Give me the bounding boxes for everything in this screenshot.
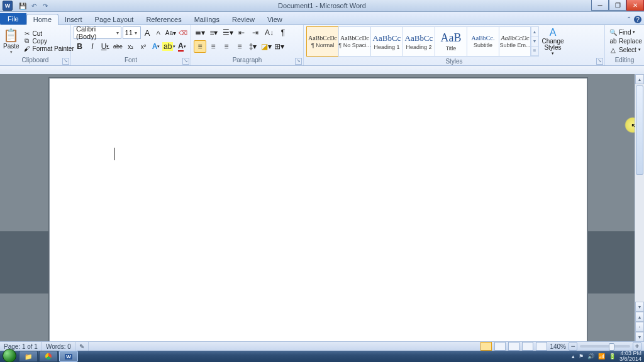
- taskbar-explorer-button[interactable]: 📁: [19, 351, 38, 362]
- align-center-button[interactable]: ≡: [207, 40, 219, 53]
- bullets-button[interactable]: ≣▾: [194, 26, 206, 39]
- style-subtitle[interactable]: AaBbCc.Subtitle: [467, 26, 499, 57]
- superscript-button[interactable]: x²: [137, 40, 149, 53]
- save-icon[interactable]: 💾: [18, 1, 28, 11]
- tab-review[interactable]: Review: [226, 14, 261, 25]
- align-left-button[interactable]: ≡: [194, 40, 206, 53]
- borders-button[interactable]: ⊞▾: [273, 40, 286, 53]
- line-spacing-button[interactable]: ‡▾: [247, 40, 259, 53]
- style--no-spaci-[interactable]: AaBbCcDc¶ No Spaci...: [338, 26, 371, 57]
- justify-button[interactable]: ≡: [233, 40, 246, 53]
- tab-insert[interactable]: Insert: [58, 14, 89, 25]
- zoom-in-button[interactable]: +: [633, 342, 641, 351]
- cut-button[interactable]: ✂Cut: [21, 30, 76, 37]
- decrease-indent-button[interactable]: ⇤: [235, 26, 248, 39]
- tab-page-layout[interactable]: Page Layout: [89, 14, 140, 25]
- tray-power-icon[interactable]: 🔋: [609, 353, 616, 359]
- zoom-level[interactable]: 140%: [550, 343, 566, 350]
- zoom-slider-knob[interactable]: [609, 343, 614, 351]
- undo-icon[interactable]: ↶: [29, 1, 39, 11]
- shrink-font-button[interactable]: A: [153, 26, 164, 39]
- zoom-out-button[interactable]: −: [569, 342, 577, 351]
- bold-button[interactable]: B: [74, 40, 86, 53]
- taskbar-chrome-button[interactable]: [39, 351, 58, 362]
- underline-button[interactable]: U▾: [99, 40, 111, 53]
- show-hide-button[interactable]: ¶: [277, 26, 289, 39]
- styles-scroll-up-icon[interactable]: ▴: [531, 27, 538, 36]
- text-effects-button[interactable]: A▾: [150, 40, 162, 53]
- print-layout-view-button[interactable]: [480, 342, 492, 351]
- taskbar-clock[interactable]: 4:03 PM 3/6/2014: [619, 351, 641, 362]
- change-styles-button[interactable]: A Change Styles ▾: [541, 26, 564, 57]
- style-heading-2[interactable]: AaBbCcHeading 2: [402, 26, 435, 57]
- sort-button[interactable]: A↓: [263, 26, 275, 39]
- help-icon[interactable]: ?: [634, 16, 641, 23]
- taskbar-word-button[interactable]: W: [59, 351, 78, 362]
- style-title[interactable]: AaBTitle: [435, 26, 467, 57]
- zoom-slider[interactable]: [580, 345, 630, 348]
- prev-page-button[interactable]: ▴: [635, 312, 644, 322]
- font-launcher-icon[interactable]: ↘: [182, 58, 189, 65]
- minimize-ribbon-icon[interactable]: ⌃: [626, 16, 631, 23]
- strikethrough-button[interactable]: abc: [112, 40, 124, 53]
- copy-button[interactable]: ⧉Copy: [21, 37, 76, 45]
- clipboard-group-label: Clipboard: [22, 57, 49, 63]
- page[interactable]: [49, 78, 587, 342]
- word-count[interactable]: Words: 0: [42, 342, 75, 351]
- redo-icon[interactable]: ↷: [40, 1, 50, 11]
- paste-dropdown-icon[interactable]: ▾: [10, 50, 13, 55]
- vertical-scrollbar[interactable]: ▴ ▾ ▴ ◦ ▾: [635, 74, 644, 342]
- tray-network-icon[interactable]: 📶: [598, 353, 605, 359]
- tab-home[interactable]: Home: [26, 14, 58, 25]
- style--normal[interactable]: AaBbCcDc¶ Normal: [306, 26, 339, 57]
- align-right-button[interactable]: ≡: [220, 40, 233, 53]
- browse-object-button[interactable]: ◦: [635, 322, 644, 332]
- minimize-button[interactable]: ─: [591, 0, 609, 11]
- scroll-down-button[interactable]: ▾: [635, 302, 644, 312]
- scrollbar-thumb[interactable]: [636, 85, 643, 175]
- highlight-button[interactable]: ab▾: [163, 40, 175, 53]
- replace-button[interactable]: abReplace: [608, 36, 644, 45]
- subscript-button[interactable]: x₂: [125, 40, 136, 53]
- multilevel-list-button[interactable]: ☰▾: [221, 26, 234, 39]
- grow-font-button[interactable]: A: [142, 26, 152, 39]
- proofing-button[interactable]: ✎: [75, 342, 89, 351]
- tray-flag-icon[interactable]: ⚑: [579, 353, 584, 359]
- font-size-combo[interactable]: 11▾: [123, 26, 142, 39]
- style-heading-1[interactable]: AaBbCcHeading 1: [370, 26, 403, 57]
- paste-button[interactable]: 📋 Paste ▾: [3, 26, 20, 55]
- tray-arrow-icon[interactable]: ▴: [572, 353, 575, 359]
- outline-view-button[interactable]: [522, 342, 533, 351]
- styles-expand-icon[interactable]: ≡: [531, 47, 538, 56]
- format-painter-button[interactable]: 🖌Format Painter: [21, 45, 76, 52]
- tab-file[interactable]: File: [0, 13, 26, 25]
- paragraph-launcher-icon[interactable]: ↘: [295, 58, 302, 65]
- scrollbar-track[interactable]: [635, 84, 644, 302]
- change-case-button[interactable]: Aa▾: [165, 26, 177, 39]
- shading-button[interactable]: ◪▾: [260, 40, 272, 53]
- find-button[interactable]: 🔍Find▾: [608, 28, 644, 36]
- tab-view[interactable]: View: [261, 14, 289, 25]
- clipboard-launcher-icon[interactable]: ↘: [62, 58, 69, 65]
- font-color-button[interactable]: A▾: [176, 40, 188, 53]
- font-name-combo[interactable]: Calibri (Body)▾: [74, 26, 121, 39]
- clear-formatting-button[interactable]: ⌫: [178, 26, 188, 39]
- draft-view-button[interactable]: [536, 342, 547, 351]
- styles-launcher-icon[interactable]: ↘: [596, 58, 603, 65]
- select-button[interactable]: △Select▾: [608, 45, 644, 54]
- style-subtle-em-[interactable]: AaBbCcDcSubtle Em...: [499, 26, 531, 57]
- numbering-button[interactable]: ≡▾: [208, 26, 220, 39]
- next-page-button[interactable]: ▾: [635, 332, 644, 342]
- full-screen-view-button[interactable]: [494, 342, 506, 351]
- tab-mailings[interactable]: Mailings: [188, 14, 226, 25]
- web-layout-view-button[interactable]: [508, 342, 519, 351]
- increase-indent-button[interactable]: ⇥: [249, 26, 262, 39]
- styles-scroll-down-icon[interactable]: ▾: [531, 36, 538, 46]
- start-button[interactable]: [3, 349, 16, 362]
- scroll-up-button[interactable]: ▴: [635, 74, 644, 84]
- italic-button[interactable]: I: [86, 40, 98, 53]
- close-button[interactable]: ✕: [626, 0, 644, 11]
- tray-volume-icon[interactable]: 🔊: [587, 353, 594, 359]
- maximize-button[interactable]: ❐: [609, 0, 626, 11]
- tab-references[interactable]: References: [140, 14, 187, 25]
